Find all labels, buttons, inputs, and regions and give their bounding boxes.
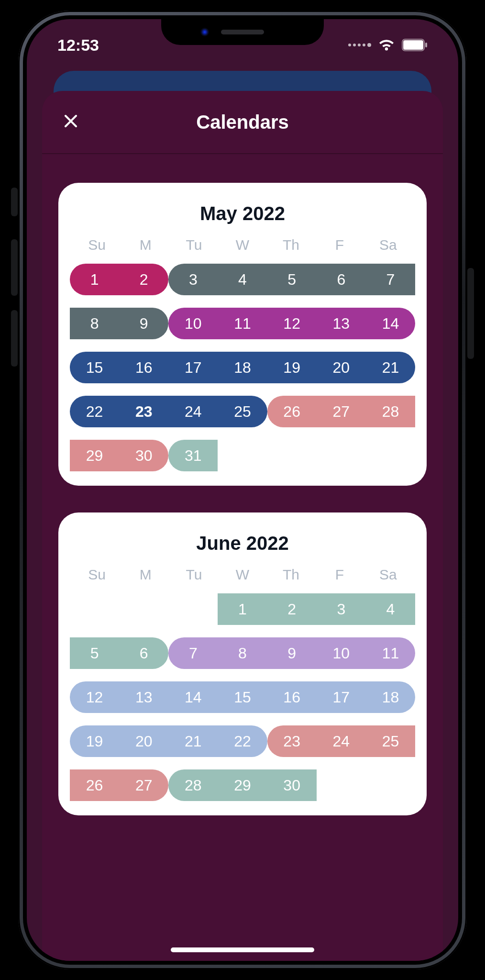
month-card: May 2022SuMTuWThFSa123456789101112131415…: [58, 183, 427, 486]
day-cell[interactable]: 24: [317, 725, 366, 757]
day-cell[interactable]: 17: [168, 352, 218, 383]
day-cell[interactable]: 25: [366, 725, 415, 757]
day-cell[interactable]: 29: [70, 440, 119, 471]
day-cell[interactable]: 13: [317, 308, 366, 339]
weekday-row: SuMTuWThFSa: [70, 567, 415, 583]
weeks-container: 1234567891011121314151617181920212223242…: [70, 593, 415, 801]
day-cell[interactable]: 1: [218, 593, 267, 625]
day-cell[interactable]: 2: [119, 264, 168, 295]
close-button[interactable]: [59, 111, 82, 134]
day-cell[interactable]: 14: [366, 308, 415, 339]
day-cell[interactable]: 26: [70, 769, 119, 801]
weekday-label: Sa: [364, 237, 412, 253]
day-cell[interactable]: 5: [70, 637, 119, 669]
svg-rect-1: [403, 40, 423, 50]
day-cell[interactable]: 25: [218, 396, 267, 427]
day-cell[interactable]: 27: [317, 396, 366, 427]
day-cell[interactable]: 19: [70, 725, 119, 757]
weekday-label: Tu: [170, 237, 218, 253]
day-cell[interactable]: 2: [267, 593, 317, 625]
day-cell[interactable]: 9: [267, 637, 317, 669]
day-cell[interactable]: 13: [119, 681, 168, 713]
day-cell[interactable]: 22: [218, 725, 267, 757]
modal-sheet: Calendars May 2022SuMTuWThFSa12345678910…: [42, 91, 443, 961]
weekday-label: F: [315, 567, 364, 583]
day-cell[interactable]: 26: [267, 396, 317, 427]
weekday-label: Sa: [364, 567, 412, 583]
day-cell[interactable]: 5: [267, 264, 317, 295]
day-cell: [119, 593, 168, 625]
day-cell[interactable]: 7: [168, 637, 218, 669]
weekday-label: Th: [267, 237, 315, 253]
cellular-icon: [348, 43, 371, 47]
day-cell[interactable]: 31: [168, 440, 218, 471]
month-title: June 2022: [70, 533, 415, 554]
front-camera: [200, 28, 209, 36]
week-row: 567891011: [70, 637, 415, 669]
volume-down-button: [11, 310, 18, 367]
speaker-grille: [221, 30, 264, 34]
day-cell[interactable]: 15: [218, 681, 267, 713]
status-time: 12:53: [57, 36, 99, 55]
day-cell: [218, 440, 267, 471]
day-cell[interactable]: 23: [119, 396, 168, 427]
day-cell[interactable]: 23: [267, 725, 317, 757]
day-cell[interactable]: 20: [317, 352, 366, 383]
day-cell[interactable]: 8: [218, 637, 267, 669]
day-cell[interactable]: 28: [168, 769, 218, 801]
day-cell[interactable]: 18: [366, 681, 415, 713]
day-cell[interactable]: 17: [317, 681, 366, 713]
modal-title: Calendars: [196, 111, 288, 133]
day-cell[interactable]: 16: [119, 352, 168, 383]
power-button: [467, 268, 474, 359]
day-cell[interactable]: 21: [168, 725, 218, 757]
day-cell[interactable]: 29: [218, 769, 267, 801]
day-cell[interactable]: 12: [267, 308, 317, 339]
week-row: 19202122232425: [70, 725, 415, 757]
day-cell[interactable]: 10: [168, 308, 218, 339]
weeks-container: 1234567891011121314151617181920212223242…: [70, 264, 415, 471]
week-row: 12131415161718: [70, 681, 415, 713]
day-cell[interactable]: 1: [70, 264, 119, 295]
day-cell[interactable]: 24: [168, 396, 218, 427]
day-cell[interactable]: 6: [317, 264, 366, 295]
day-cell[interactable]: 21: [366, 352, 415, 383]
day-cell[interactable]: 18: [218, 352, 267, 383]
day-cell[interactable]: 3: [168, 264, 218, 295]
device-frame: 12:53: [0, 0, 485, 980]
day-cell[interactable]: 7: [366, 264, 415, 295]
day-cell[interactable]: 10: [317, 637, 366, 669]
day-cell[interactable]: 19: [267, 352, 317, 383]
day-cell[interactable]: 6: [119, 637, 168, 669]
day-cell[interactable]: 12: [70, 681, 119, 713]
day-cell[interactable]: 11: [218, 308, 267, 339]
day-cell[interactable]: 30: [119, 440, 168, 471]
day-cell: [267, 440, 317, 471]
day-cell[interactable]: 8: [70, 308, 119, 339]
week-row: 891011121314: [70, 308, 415, 339]
battery-icon: [402, 39, 428, 51]
volume-up-button: [11, 239, 18, 296]
day-cell[interactable]: 20: [119, 725, 168, 757]
week-row: 2627282930: [70, 769, 415, 801]
day-cell[interactable]: 27: [119, 769, 168, 801]
modal-body[interactable]: May 2022SuMTuWThFSa123456789101112131415…: [42, 154, 443, 961]
day-cell[interactable]: 14: [168, 681, 218, 713]
day-cell[interactable]: 3: [317, 593, 366, 625]
day-cell[interactable]: 4: [366, 593, 415, 625]
notch: [161, 19, 324, 45]
home-indicator[interactable]: [171, 947, 314, 952]
day-cell[interactable]: 28: [366, 396, 415, 427]
close-icon: [63, 113, 78, 131]
day-cell[interactable]: 9: [119, 308, 168, 339]
wifi-icon: [378, 38, 395, 52]
day-cell[interactable]: 15: [70, 352, 119, 383]
day-cell[interactable]: 30: [267, 769, 317, 801]
day-cell[interactable]: 22: [70, 396, 119, 427]
month-title: May 2022: [70, 203, 415, 224]
day-cell[interactable]: 16: [267, 681, 317, 713]
day-cell[interactable]: 4: [218, 264, 267, 295]
day-cell[interactable]: 11: [366, 637, 415, 669]
weekday-label: Th: [267, 567, 315, 583]
week-row: 15161718192021: [70, 352, 415, 383]
